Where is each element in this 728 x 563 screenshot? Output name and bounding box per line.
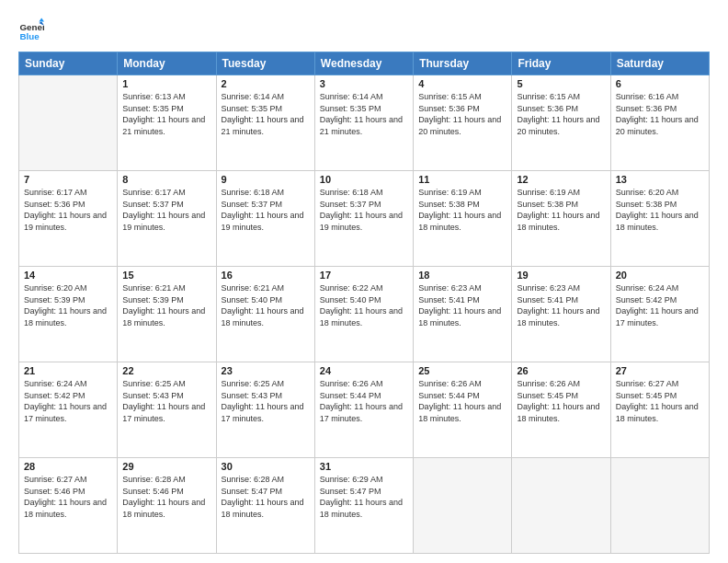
cell-info: Sunrise: 6:18 AMSunset: 5:37 PMDaylight:… bbox=[320, 187, 408, 233]
day-number: 5 bbox=[517, 78, 605, 89]
cell-info: Sunrise: 6:19 AMSunset: 5:38 PMDaylight:… bbox=[418, 187, 506, 233]
calendar-cell: 13Sunrise: 6:20 AMSunset: 5:38 PMDayligh… bbox=[610, 171, 709, 267]
svg-marker-2 bbox=[39, 17, 44, 21]
cell-info: Sunrise: 6:17 AMSunset: 5:36 PMDaylight:… bbox=[24, 187, 112, 233]
day-number: 16 bbox=[222, 270, 310, 281]
day-number: 30 bbox=[222, 461, 310, 472]
day-number: 11 bbox=[418, 174, 506, 185]
day-number: 27 bbox=[616, 365, 704, 376]
calendar-week-row: 1Sunrise: 6:13 AMSunset: 5:35 PMDaylight… bbox=[19, 75, 710, 171]
day-number: 10 bbox=[320, 174, 408, 185]
calendar-cell: 1Sunrise: 6:13 AMSunset: 5:35 PMDaylight… bbox=[118, 75, 216, 171]
calendar-week-row: 7Sunrise: 6:17 AMSunset: 5:36 PMDaylight… bbox=[19, 171, 710, 267]
cell-info: Sunrise: 6:24 AMSunset: 5:42 PMDaylight:… bbox=[24, 378, 112, 424]
cell-info: Sunrise: 6:14 AMSunset: 5:35 PMDaylight:… bbox=[320, 91, 408, 137]
day-number: 6 bbox=[616, 78, 704, 89]
cell-info: Sunrise: 6:28 AMSunset: 5:47 PMDaylight:… bbox=[222, 474, 310, 520]
calendar-cell: 4Sunrise: 6:15 AMSunset: 5:36 PMDaylight… bbox=[414, 75, 512, 171]
calendar-cell: 18Sunrise: 6:23 AMSunset: 5:41 PMDayligh… bbox=[414, 267, 512, 362]
weekday-header: Sunday bbox=[19, 52, 118, 75]
weekday-header: Thursday bbox=[414, 52, 512, 75]
calendar-week-row: 21Sunrise: 6:24 AMSunset: 5:42 PMDayligh… bbox=[19, 362, 710, 458]
day-number: 15 bbox=[122, 270, 210, 281]
calendar-cell bbox=[610, 458, 709, 554]
cell-info: Sunrise: 6:15 AMSunset: 5:36 PMDaylight:… bbox=[517, 91, 605, 137]
cell-info: Sunrise: 6:16 AMSunset: 5:36 PMDaylight:… bbox=[616, 91, 704, 137]
day-number: 4 bbox=[418, 78, 506, 89]
calendar-cell: 26Sunrise: 6:26 AMSunset: 5:45 PMDayligh… bbox=[512, 362, 610, 458]
weekday-header: Wednesday bbox=[314, 52, 413, 75]
day-number: 7 bbox=[24, 174, 112, 185]
day-number: 31 bbox=[320, 461, 408, 472]
calendar-cell: 5Sunrise: 6:15 AMSunset: 5:36 PMDaylight… bbox=[512, 75, 610, 171]
day-number: 20 bbox=[616, 270, 704, 281]
logo: General Blue bbox=[18, 17, 48, 42]
day-number: 9 bbox=[222, 174, 310, 185]
calendar-cell: 16Sunrise: 6:21 AMSunset: 5:40 PMDayligh… bbox=[216, 267, 314, 362]
day-number: 3 bbox=[320, 78, 408, 89]
day-number: 12 bbox=[517, 174, 605, 185]
day-number: 19 bbox=[517, 270, 605, 281]
weekday-header: Tuesday bbox=[216, 52, 314, 75]
weekday-header: Saturday bbox=[610, 52, 709, 75]
cell-info: Sunrise: 6:24 AMSunset: 5:42 PMDaylight:… bbox=[616, 282, 704, 328]
cell-info: Sunrise: 6:18 AMSunset: 5:37 PMDaylight:… bbox=[222, 187, 310, 233]
day-number: 18 bbox=[418, 270, 506, 281]
calendar-cell: 10Sunrise: 6:18 AMSunset: 5:37 PMDayligh… bbox=[314, 171, 413, 267]
calendar-cell: 19Sunrise: 6:23 AMSunset: 5:41 PMDayligh… bbox=[512, 267, 610, 362]
day-number: 26 bbox=[517, 365, 605, 376]
cell-info: Sunrise: 6:20 AMSunset: 5:38 PMDaylight:… bbox=[616, 187, 704, 233]
cell-info: Sunrise: 6:21 AMSunset: 5:40 PMDaylight:… bbox=[222, 282, 310, 328]
day-number: 8 bbox=[122, 174, 210, 185]
calendar-cell: 6Sunrise: 6:16 AMSunset: 5:36 PMDaylight… bbox=[610, 75, 709, 171]
day-number: 1 bbox=[122, 78, 210, 89]
calendar-cell: 27Sunrise: 6:27 AMSunset: 5:45 PMDayligh… bbox=[610, 362, 709, 458]
calendar-cell: 12Sunrise: 6:19 AMSunset: 5:38 PMDayligh… bbox=[512, 171, 610, 267]
day-number: 22 bbox=[122, 365, 210, 376]
calendar-cell: 8Sunrise: 6:17 AMSunset: 5:37 PMDaylight… bbox=[118, 171, 216, 267]
cell-info: Sunrise: 6:26 AMSunset: 5:44 PMDaylight:… bbox=[320, 378, 408, 424]
cell-info: Sunrise: 6:27 AMSunset: 5:45 PMDaylight:… bbox=[616, 378, 704, 424]
calendar-cell: 2Sunrise: 6:14 AMSunset: 5:35 PMDaylight… bbox=[216, 75, 314, 171]
day-number: 24 bbox=[320, 365, 408, 376]
calendar-cell: 14Sunrise: 6:20 AMSunset: 5:39 PMDayligh… bbox=[19, 267, 118, 362]
calendar-cell: 15Sunrise: 6:21 AMSunset: 5:39 PMDayligh… bbox=[118, 267, 216, 362]
calendar-cell: 20Sunrise: 6:24 AMSunset: 5:42 PMDayligh… bbox=[610, 267, 709, 362]
calendar-cell: 31Sunrise: 6:29 AMSunset: 5:47 PMDayligh… bbox=[314, 458, 413, 554]
calendar-cell: 22Sunrise: 6:25 AMSunset: 5:43 PMDayligh… bbox=[118, 362, 216, 458]
day-number: 2 bbox=[222, 78, 310, 89]
calendar-cell bbox=[512, 458, 610, 554]
svg-text:Blue: Blue bbox=[19, 31, 40, 41]
cell-info: Sunrise: 6:26 AMSunset: 5:45 PMDaylight:… bbox=[517, 378, 605, 424]
cell-info: Sunrise: 6:13 AMSunset: 5:35 PMDaylight:… bbox=[122, 91, 210, 137]
cell-info: Sunrise: 6:21 AMSunset: 5:39 PMDaylight:… bbox=[122, 282, 210, 328]
calendar-cell: 11Sunrise: 6:19 AMSunset: 5:38 PMDayligh… bbox=[414, 171, 512, 267]
calendar-cell: 25Sunrise: 6:26 AMSunset: 5:44 PMDayligh… bbox=[414, 362, 512, 458]
calendar-cell: 7Sunrise: 6:17 AMSunset: 5:36 PMDaylight… bbox=[19, 171, 118, 267]
calendar-cell: 3Sunrise: 6:14 AMSunset: 5:35 PMDaylight… bbox=[314, 75, 413, 171]
cell-info: Sunrise: 6:20 AMSunset: 5:39 PMDaylight:… bbox=[24, 282, 112, 328]
day-number: 13 bbox=[616, 174, 704, 185]
cell-info: Sunrise: 6:25 AMSunset: 5:43 PMDaylight:… bbox=[122, 378, 210, 424]
day-number: 17 bbox=[320, 270, 408, 281]
calendar-week-row: 14Sunrise: 6:20 AMSunset: 5:39 PMDayligh… bbox=[19, 267, 710, 362]
calendar-cell: 29Sunrise: 6:28 AMSunset: 5:46 PMDayligh… bbox=[118, 458, 216, 554]
calendar-cell: 21Sunrise: 6:24 AMSunset: 5:42 PMDayligh… bbox=[19, 362, 118, 458]
weekday-header: Friday bbox=[512, 52, 610, 75]
header: General Blue bbox=[18, 17, 710, 42]
day-number: 29 bbox=[122, 461, 210, 472]
day-number: 28 bbox=[24, 461, 112, 472]
cell-info: Sunrise: 6:19 AMSunset: 5:38 PMDaylight:… bbox=[517, 187, 605, 233]
cell-info: Sunrise: 6:28 AMSunset: 5:46 PMDaylight:… bbox=[122, 474, 210, 520]
calendar-cell: 17Sunrise: 6:22 AMSunset: 5:40 PMDayligh… bbox=[314, 267, 413, 362]
calendar-cell: 30Sunrise: 6:28 AMSunset: 5:47 PMDayligh… bbox=[216, 458, 314, 554]
cell-info: Sunrise: 6:17 AMSunset: 5:37 PMDaylight:… bbox=[122, 187, 210, 233]
cell-info: Sunrise: 6:23 AMSunset: 5:41 PMDaylight:… bbox=[517, 282, 605, 328]
logo-icon: General Blue bbox=[18, 17, 44, 42]
cell-info: Sunrise: 6:22 AMSunset: 5:40 PMDaylight:… bbox=[320, 282, 408, 328]
cell-info: Sunrise: 6:25 AMSunset: 5:43 PMDaylight:… bbox=[222, 378, 310, 424]
cell-info: Sunrise: 6:27 AMSunset: 5:46 PMDaylight:… bbox=[24, 474, 112, 520]
day-number: 23 bbox=[222, 365, 310, 376]
day-number: 25 bbox=[418, 365, 506, 376]
calendar-cell bbox=[19, 75, 118, 171]
